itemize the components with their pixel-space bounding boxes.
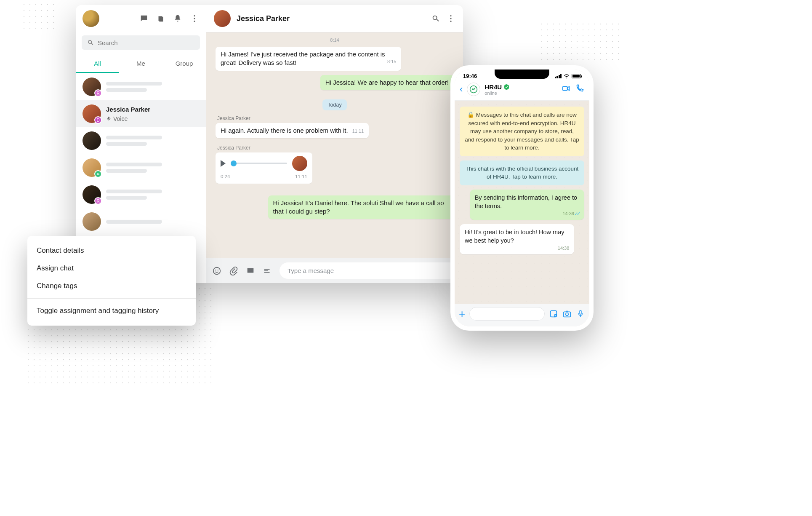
search-icon[interactable]	[431, 14, 440, 23]
chat-title: Jessica Parker	[237, 14, 290, 23]
message-out[interactable]: Hi Jessica! It's Daniel here. The soluti…	[268, 195, 454, 219]
timestamp: 8:14	[216, 37, 454, 47]
voice-message[interactable]: 0:2411:11	[216, 152, 312, 184]
chat-footer: Type a message	[206, 258, 463, 283]
play-icon[interactable]	[221, 160, 226, 167]
more-icon[interactable]	[446, 14, 455, 23]
sidebar-header	[76, 5, 206, 32]
sender-label: Jessica Parker	[217, 145, 454, 151]
phone-mock: 19:46 ‹ HR4U online 🔒 Messages t	[450, 65, 594, 331]
svg-point-8	[213, 267, 221, 274]
emoji-icon[interactable]	[212, 266, 221, 275]
menu-contact-details[interactable]: Contact details	[27, 242, 196, 259]
business-name: HR4U	[485, 83, 510, 91]
encryption-notice[interactable]: 🔒 Messages to this chat and calls are no…	[460, 107, 584, 156]
badge	[94, 170, 102, 178]
voice-call-icon[interactable]	[575, 84, 584, 95]
business-notice[interactable]: This chat is with the official business …	[460, 160, 584, 185]
phone-message-in[interactable]: Hi! It's great to be in touch! How may w…	[460, 224, 574, 254]
sidebar-tabs: All Me Group	[76, 56, 206, 73]
contact-sub: Voice	[106, 115, 199, 122]
verified-icon	[503, 84, 510, 90]
list-item[interactable]	[76, 154, 206, 181]
signal-icon	[555, 74, 562, 78]
tab-group[interactable]: Group	[162, 56, 206, 73]
phone-body: 🔒 Messages to this chat and calls are no…	[455, 101, 589, 304]
back-icon[interactable]: ‹	[460, 84, 463, 95]
sticker-icon[interactable]	[549, 309, 558, 318]
phone-input[interactable]	[469, 307, 545, 321]
svg-point-2	[194, 21, 195, 22]
svg-point-6	[450, 18, 451, 19]
list-item[interactable]	[76, 127, 206, 154]
list-item[interactable]: D Jessica Parker Voice	[76, 100, 206, 127]
chat-icon[interactable]	[139, 14, 149, 23]
svg-rect-17	[580, 310, 581, 314]
chat-avatar[interactable]	[214, 10, 231, 27]
mic-icon	[106, 116, 112, 121]
wifi-icon	[563, 74, 570, 78]
context-menu: Contact details Assign chat Change tags …	[27, 236, 196, 326]
list-item[interactable]: R	[76, 181, 206, 208]
tab-all[interactable]: All	[76, 56, 119, 73]
menu-change-tags[interactable]: Change tags	[27, 277, 196, 295]
message-in[interactable]: Hi again. Actually there is one problem …	[216, 123, 369, 138]
svg-point-10	[218, 270, 218, 270]
svg-point-4	[99, 173, 99, 174]
message-out[interactable]: Hi Jessica! We are happy to hear that or…	[320, 75, 454, 90]
battery-icon	[572, 74, 581, 78]
message-input[interactable]: Type a message	[280, 262, 457, 279]
business-status: online	[485, 91, 510, 96]
date-pill: Today	[322, 99, 346, 110]
voice-track[interactable]	[231, 163, 287, 164]
svg-point-9	[215, 270, 216, 270]
svg-rect-13	[563, 86, 567, 90]
badge: D	[94, 116, 102, 124]
svg-point-16	[566, 313, 568, 315]
plus-icon[interactable]: +	[459, 307, 465, 321]
svg-point-0	[194, 15, 195, 16]
phone-time: 19:46	[463, 73, 477, 79]
copy-icon[interactable]	[156, 14, 165, 23]
format-icon[interactable]	[263, 266, 272, 275]
sender-label: Jessica Parker	[217, 115, 454, 121]
svg-point-1	[194, 18, 195, 19]
search-placeholder: Search	[98, 39, 118, 46]
mic-icon[interactable]	[576, 309, 585, 318]
chat-body: 8:14 Hi James! I've just received the pa…	[206, 32, 463, 258]
svg-point-7	[450, 21, 451, 22]
template-icon[interactable]	[246, 266, 255, 275]
business-avatar[interactable]	[467, 83, 480, 96]
user-avatar[interactable]	[83, 10, 99, 27]
video-call-icon[interactable]	[562, 84, 571, 95]
chat-pane: Jessica Parker 8:14 Hi James! I've just …	[206, 5, 463, 283]
attach-icon[interactable]	[229, 266, 238, 275]
bell-icon[interactable]	[173, 14, 182, 23]
badge: R	[94, 89, 102, 97]
svg-point-3	[97, 173, 98, 174]
menu-assign-chat[interactable]: Assign chat	[27, 259, 196, 277]
list-item[interactable]: R	[76, 73, 206, 100]
svg-rect-11	[248, 268, 254, 273]
badge: R	[94, 197, 102, 205]
more-icon[interactable]	[190, 14, 199, 23]
phone-message-out[interactable]: By sending this information, I agree to …	[470, 190, 584, 220]
chat-header: Jessica Parker	[206, 5, 463, 32]
message-in[interactable]: Hi James! I've just received the package…	[216, 47, 401, 71]
list-item[interactable]	[76, 208, 206, 235]
phone-header: ‹ HR4U online	[455, 80, 589, 101]
search-icon	[87, 39, 94, 46]
search-input[interactable]: Search	[82, 35, 200, 50]
contact-name: Jessica Parker	[106, 106, 199, 113]
tab-me[interactable]: Me	[119, 56, 162, 73]
camera-icon[interactable]	[562, 309, 572, 318]
menu-toggle-history[interactable]: Toggle assignment and tagging history	[27, 302, 196, 320]
svg-point-5	[450, 15, 451, 16]
voice-avatar	[292, 156, 307, 171]
phone-footer: +	[455, 304, 589, 326]
